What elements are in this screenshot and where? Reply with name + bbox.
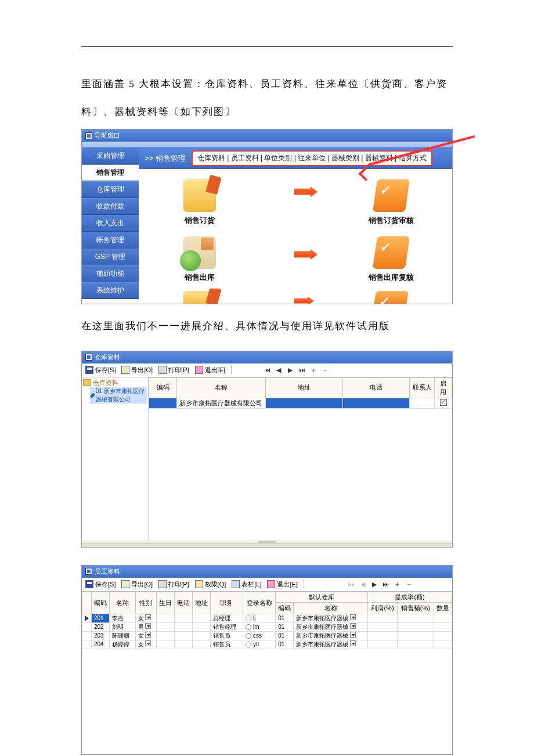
save-button[interactable]: 保存[S] [84, 365, 117, 375]
cell-wh-name[interactable]: 新乡市康拓医疗器械 [294, 631, 368, 640]
export-label: 导出[O] [131, 366, 153, 375]
table-row[interactable]: 204杨婷婷女 销售员ytt01新乡市康拓医疗器械 [82, 640, 452, 649]
col-gender[interactable]: 性别 [135, 592, 156, 614]
col-comm-sales[interactable]: 销售额(%) [397, 602, 434, 614]
cell-wh-name[interactable]: 新乡市康拓医疗器械 [294, 640, 368, 649]
col-contact[interactable]: 联系人 [409, 377, 435, 398]
sidebar-item-payment[interactable]: 收款付款 [82, 198, 139, 215]
nav-last-button[interactable]: ⏭ [298, 366, 306, 373]
dropdown-icon[interactable] [145, 640, 151, 646]
cell-wh-name[interactable]: 新乡市康拓医疗器械 [294, 622, 368, 631]
cell-code: 204 [92, 640, 110, 649]
save-button[interactable]: 保存[S] [84, 579, 117, 589]
cell-enable [435, 398, 452, 408]
col-group-defwh[interactable]: 默认仓库 [276, 592, 368, 602]
card-label: 销售订货 [168, 215, 232, 226]
cell-wh-name[interactable]: 新乡市康拓医疗器械 [294, 614, 368, 622]
cell-tel [174, 640, 192, 649]
cell-job[interactable]: 销售员 [210, 631, 243, 640]
dropdown-icon[interactable] [350, 640, 356, 646]
tree-child[interactable]: 01 新乡市康拓医疗器械有限公司 [90, 387, 147, 404]
print-button[interactable]: 打印[P] [157, 365, 190, 375]
dropdown-icon[interactable] [350, 623, 356, 629]
sidebar-item-gsp[interactable]: GSP 管理 [82, 249, 139, 265]
radio-icon[interactable] [246, 642, 251, 647]
nav-next-button[interactable]: ▶ [286, 366, 294, 373]
cols-button[interactable]: 表栏[L] [230, 579, 262, 589]
table-row[interactable]: 203陈珊珊女 销售员css01新乡市康拓医疗器械 [82, 631, 452, 640]
col-job[interactable]: 职务 [210, 592, 243, 614]
cell-name: 刘明 [109, 622, 135, 631]
table-row[interactable]: 新乡市康拓医疗器械有限公司 [149, 398, 452, 408]
nav-prev-button[interactable]: ◀ [275, 366, 283, 373]
col-name[interactable]: 名称 [109, 592, 135, 614]
col-tel[interactable]: 电话 [343, 377, 410, 398]
nav-next-button[interactable]: ▶ [370, 581, 378, 588]
cell-login[interactable]: lm [243, 622, 276, 631]
sidebar-item-system[interactable]: 系统维护 [82, 282, 139, 299]
exit-button[interactable]: 退出[E] [194, 365, 226, 375]
dropdown-icon[interactable] [145, 614, 151, 620]
card-sales-order[interactable]: 销售订货 [168, 179, 232, 226]
card-sales-out[interactable]: 销售出库 [168, 236, 232, 283]
checkbox-icon[interactable] [440, 399, 447, 406]
cell-login[interactable]: css [243, 631, 276, 640]
tree-root[interactable]: 仓库资料 [83, 379, 147, 387]
col-tel[interactable]: 电话 [174, 592, 192, 614]
col-comm-profit[interactable]: 利润(%) [368, 602, 398, 614]
table-row[interactable]: 201李杰女 总经理lj01新乡市康拓医疗器械 [82, 614, 452, 622]
cell-tel [174, 614, 192, 622]
nav-add-button[interactable]: ＋ [394, 581, 402, 588]
export-button[interactable]: 导出[O] [120, 579, 154, 589]
sidebar-item-purchase[interactable]: 采购管理 [82, 147, 139, 164]
cell-gender[interactable]: 男 [135, 622, 156, 631]
export-button[interactable]: 导出[O] [120, 365, 154, 375]
print-button[interactable]: 打印[P] [157, 579, 190, 589]
cell-login[interactable]: ytt [243, 640, 276, 649]
card-sales-order-audit[interactable]: 销售订货审核 [359, 179, 423, 226]
col-comm-qty[interactable]: 数量 [434, 602, 452, 614]
radio-icon[interactable] [246, 633, 251, 639]
dropdown-icon[interactable] [145, 623, 151, 629]
col-enable[interactable]: 启用 [435, 377, 452, 398]
sidebar-item-aux[interactable]: 辅助功能 [82, 265, 139, 282]
nav-first-button[interactable]: ⏮ [263, 366, 271, 373]
radio-icon[interactable] [246, 615, 251, 621]
nav-last-button[interactable]: ⏭ [382, 581, 390, 588]
col-code[interactable]: 编码 [92, 592, 110, 614]
sidebar-item-sales[interactable]: 销售管理 [82, 164, 139, 181]
card-sales-out-recheck[interactable]: 销售出库复核 [359, 236, 423, 283]
print-icon [158, 580, 167, 588]
col-group-comm[interactable]: 提成率(额) [368, 592, 452, 602]
dropdown-icon[interactable] [145, 632, 151, 638]
col-defwh-code[interactable]: 编码 [276, 602, 294, 614]
cell-job[interactable]: 总经理 [210, 614, 243, 622]
cell-job[interactable]: 销售经理 [210, 622, 243, 631]
sidebar-item-income[interactable]: 收入支出 [82, 215, 139, 232]
cell-gender[interactable]: 女 [135, 640, 156, 649]
table-row[interactable]: 202刘明男 销售经理lm01新乡市康拓医疗器械 [82, 622, 452, 631]
nav-remove-button[interactable]: － [321, 366, 329, 373]
dropdown-icon[interactable] [350, 632, 356, 638]
col-login[interactable]: 登录名称 [243, 592, 276, 614]
col-code[interactable]: 编码 [149, 377, 177, 398]
col-defwh-name[interactable]: 名称 [294, 602, 368, 614]
col-name[interactable]: 名称 [177, 377, 265, 398]
cell-gender[interactable]: 女 [135, 614, 156, 622]
perm-button[interactable]: 权限[Q] [194, 579, 228, 589]
exit-button[interactable]: 退出[E] [266, 579, 298, 589]
radio-icon[interactable] [246, 624, 251, 630]
dropdown-icon[interactable] [350, 614, 356, 620]
col-birth[interactable]: 生日 [157, 592, 175, 614]
card-partial [359, 291, 423, 304]
sidebar-item-warehouse[interactable]: 仓库管理 [82, 181, 139, 198]
cell-job[interactable]: 销售员 [210, 640, 243, 649]
nav-remove-button[interactable]: － [405, 581, 413, 588]
sidebar-item-accounts[interactable]: 帐务管理 [82, 232, 139, 249]
nav-add-button[interactable]: ＋ [309, 366, 317, 373]
cell-gender[interactable]: 女 [135, 631, 156, 640]
export-icon [121, 366, 129, 374]
col-addr[interactable]: 地址 [265, 377, 342, 398]
col-addr[interactable]: 地址 [192, 592, 210, 614]
cell-login[interactable]: lj [243, 614, 276, 622]
